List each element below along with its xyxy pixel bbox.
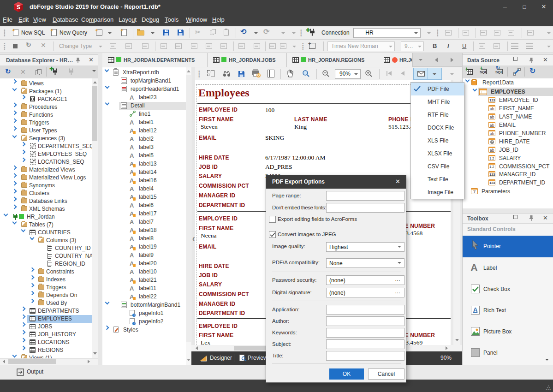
svg-text:S: S	[17, 4, 20, 11]
